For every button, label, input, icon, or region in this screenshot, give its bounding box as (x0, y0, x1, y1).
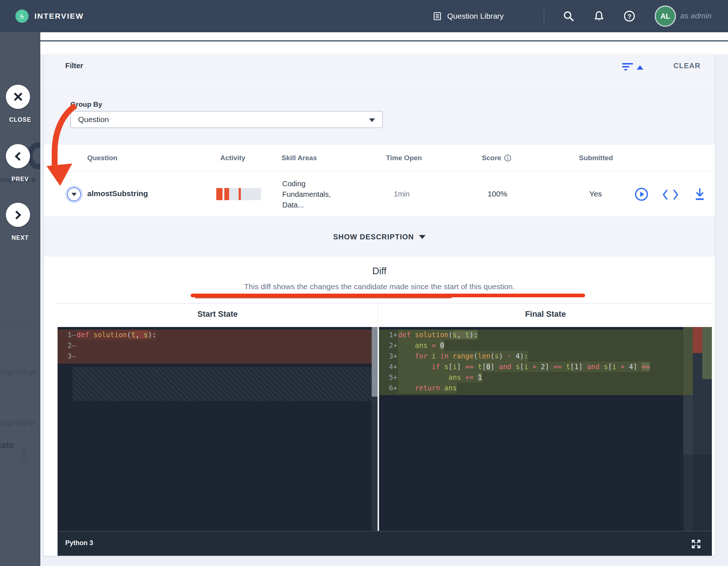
activity-bar-segment (229, 188, 239, 200)
group-by-label: Group By (70, 100, 102, 109)
language-label: Python 3 (65, 539, 93, 547)
code-line: 2+ ans = 0 (379, 340, 712, 351)
question-library-icon (433, 11, 442, 21)
chevron-down-icon (419, 235, 426, 239)
editor-footer: Python 3 (58, 531, 712, 556)
start-code: 1–def solution(t, s):2–3– (58, 327, 378, 364)
close-label: CLOSE (0, 117, 40, 123)
column-header-time-open: Time Open (378, 154, 430, 162)
screen: INTERVIEW Question Library ? AL as admin (0, 0, 728, 566)
session-label: as admin (680, 11, 712, 20)
prev-label: PREV (0, 176, 40, 183)
show-description-label: SHOW DESCRIPTION (333, 233, 414, 241)
chevron-right-icon (12, 210, 21, 219)
group-by-section: Group By Question (44, 80, 715, 145)
chevron-down-icon (71, 193, 77, 196)
fullscreen-icon[interactable] (691, 539, 702, 550)
results-card: Filter CLEAR Group By Question Question … (44, 54, 715, 556)
search-icon[interactable] (563, 10, 574, 22)
start-state-label: Start State (58, 309, 378, 319)
added-block: 1+def solution(s, t):2+ ans = 03+ for i … (379, 330, 712, 395)
modal-left-rail: ompleted tl esignal@gn esignal@gn late C… (0, 32, 40, 566)
ghost-divider (0, 305, 40, 306)
time-open-cell: 1min (376, 190, 427, 198)
column-header-submitted: Submitted (567, 154, 625, 162)
start-state-panel[interactable]: 1–def solution(t, s):2–3– (58, 327, 378, 531)
next-button[interactable] (6, 203, 30, 227)
annotation-underline-shadow (195, 297, 452, 298)
group-by-value: Question (78, 115, 109, 124)
ghost-email-top: esignal@gn (0, 368, 37, 376)
filter-title: Filter (65, 62, 83, 70)
ghost-email-bottom: esignal@gn (0, 418, 37, 427)
score-header-label: Score (482, 154, 501, 162)
ghost-divider (0, 326, 40, 326)
prev-button[interactable] (6, 144, 30, 168)
nav-divider (544, 10, 544, 22)
next-label: NEXT (0, 235, 40, 241)
help-icon[interactable]: ? (624, 10, 635, 22)
scrollbar-thumb[interactable] (372, 327, 378, 397)
column-header-question: Question (87, 154, 117, 162)
group-by-select[interactable]: Question (70, 111, 383, 128)
brand[interactable]: INTERVIEW (15, 10, 84, 23)
skill-area-line: Data... (282, 200, 331, 210)
close-button[interactable] (6, 85, 30, 109)
ghost-late-text: late (0, 440, 14, 451)
question-name[interactable]: almostSubstring (87, 189, 148, 198)
show-description-toggle[interactable]: SHOW DESCRIPTION (44, 217, 715, 257)
play-recording-button[interactable] (634, 187, 649, 202)
panel-vertical-divider (378, 303, 378, 327)
top-navbar: INTERVIEW Question Library ? AL as admin (0, 0, 728, 32)
view-code-button[interactable] (662, 188, 679, 201)
column-header-activity: Activity (211, 154, 255, 162)
ghost-person-icon (19, 450, 29, 466)
skill-area-line: Fundamentals, (282, 189, 331, 200)
diff-code-area: 1–def solution(t, s):2–3– 1+def solution… (44, 327, 715, 531)
question-library-label: Question Library (447, 12, 504, 21)
code-line: 1+def solution(s, t): (379, 330, 712, 340)
chevron-left-icon (15, 152, 23, 161)
removed-block: 1–def solution(t, s):2–3– (58, 330, 378, 364)
column-header-score: Score (467, 154, 526, 162)
minimap-added-block (702, 327, 712, 379)
filter-sort-icon[interactable] (622, 62, 637, 72)
download-button[interactable] (694, 188, 706, 202)
top-strip (40, 32, 728, 54)
final-state-panel[interactable]: 1+def solution(s, t):2+ ans = 03+ for i … (379, 327, 712, 531)
diff-panel-headers: Start State Final State (44, 303, 715, 327)
code-line: 4+ if s[i] == t[0] and s[i + 2] == t[1] … (379, 361, 712, 372)
submitted-cell: Yes (566, 190, 625, 198)
final-code: 1+def solution(s, t):2+ ans = 03+ for i … (379, 327, 712, 395)
top-divider-line (40, 40, 728, 41)
code-line: 3– (58, 351, 378, 361)
activity-bar-segment (216, 188, 223, 200)
avatar[interactable]: AL (655, 5, 676, 27)
code-line: 6+ return ans (379, 383, 712, 393)
chevron-down-icon (369, 118, 375, 122)
panel-header-divider (58, 303, 712, 304)
score-info-icon[interactable] (504, 154, 511, 162)
final-state-label: Final State (379, 309, 712, 319)
code-line: 5+ ans += 1 (379, 372, 712, 383)
skill-area-line: Coding (282, 179, 331, 189)
filter-bar: Filter CLEAR (44, 54, 715, 80)
activity-bar-segment (241, 188, 261, 200)
code-line: 3+ for i in range(len(s) - 4): (379, 351, 712, 361)
diff-title: Diff (44, 265, 715, 277)
skill-areas-cell: CodingFundamentals,Data... (282, 179, 331, 210)
notifications-bell-icon[interactable] (593, 10, 605, 22)
nav-question-library[interactable]: Question Library (433, 0, 504, 32)
close-icon (12, 91, 23, 102)
code-line: 1–def solution(t, s): (58, 330, 378, 340)
activity-bars (216, 188, 261, 200)
table-row: almostSubstring CodingFundamentals,Data.… (44, 172, 715, 217)
activity-bar-segment (224, 188, 229, 200)
brand-title: INTERVIEW (34, 12, 84, 21)
table-header: Question Activity Skill Areas Time Open … (44, 145, 715, 172)
missing-lines-hatch (73, 367, 372, 401)
row-expand-button[interactable] (67, 187, 81, 201)
code-line: 2– (58, 340, 378, 351)
clear-button[interactable]: CLEAR (673, 62, 701, 70)
diff-minimap (683, 327, 712, 531)
